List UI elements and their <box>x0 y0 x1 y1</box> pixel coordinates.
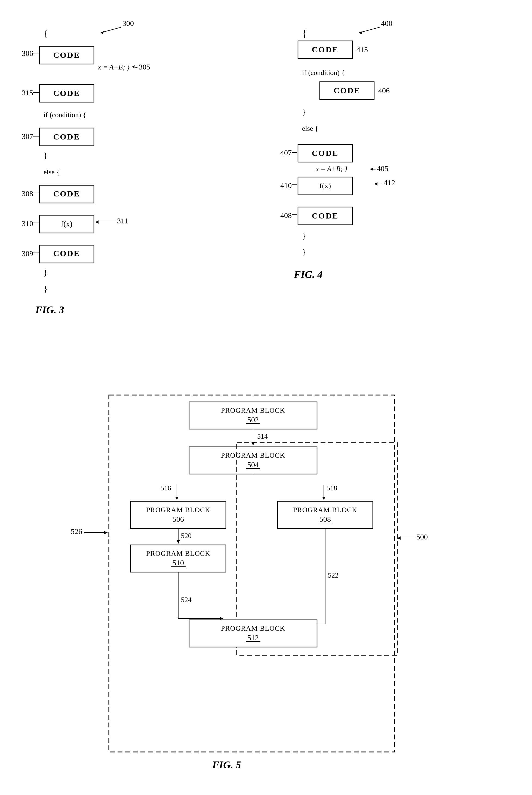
fig4-label-406: 406 <box>378 86 390 95</box>
fig3-code-307: CODE <box>53 132 80 141</box>
fig3-code-309: CODE <box>53 249 80 258</box>
fig4-fx-410: f(x) <box>320 181 331 190</box>
fig5-ref-520: 520 <box>181 532 192 540</box>
svg-line-0 <box>101 27 121 33</box>
fig5-ref-526: 526 <box>71 527 82 536</box>
fig3-code-306: CODE <box>53 50 80 59</box>
page: 300 { 306 CODE x = A+B; } 305 315 CODE i… <box>0 0 532 795</box>
svg-line-18 <box>359 27 380 33</box>
fig3-if-condition: if (condition) { <box>43 111 86 119</box>
fig5-block-502-num: 502 <box>247 415 259 424</box>
fig3-else: else { <box>43 168 60 176</box>
fig4-label-415: 415 <box>357 46 368 54</box>
fig4-assignment: x = A+B; } <box>316 165 347 173</box>
fig3-diagram: 300 { 306 CODE x = A+B; } 305 315 CODE i… <box>8 11 212 379</box>
fig5-block-504-label: PROGRAM BLOCK <box>221 451 285 459</box>
fig3-label-306: 306 <box>22 49 33 57</box>
svg-marker-15 <box>95 220 98 224</box>
fig4-code-415: CODE <box>312 45 339 54</box>
fig5-block-504-num: 504 <box>247 460 259 469</box>
fig4-label-410: 410 <box>280 181 292 189</box>
fig5-block-508-label: PROGRAM BLOCK <box>293 506 357 514</box>
svg-marker-47 <box>322 497 325 500</box>
fig5-block-502-label: PROGRAM BLOCK <box>221 406 285 414</box>
fig5-block-510-num: 510 <box>172 559 184 567</box>
fig3-close-brace-2: } <box>43 268 48 277</box>
fig5-ref-500: 500 <box>416 532 428 541</box>
fig3-title: FIG. 3 <box>35 304 64 315</box>
fig5-block-512-num: 512 <box>247 633 259 642</box>
fig3-label-307: 307 <box>22 132 33 141</box>
fig3-label-315: 315 <box>22 89 33 97</box>
fig4-close-brace-3: } <box>302 247 306 256</box>
fig4-code-407: CODE <box>312 148 339 158</box>
fig4-title: FIG. 4 <box>293 269 323 280</box>
svg-marker-26 <box>370 167 373 171</box>
fig3-assignment: x = A+B; } <box>98 63 130 71</box>
svg-marker-5 <box>132 66 135 68</box>
fig4-if-condition: if (condition) { <box>302 69 345 76</box>
fig5-ref-514: 514 <box>257 432 268 440</box>
fig5-block-506-num: 506 <box>172 515 184 523</box>
svg-marker-36 <box>397 537 401 540</box>
fig3-fx-310: f(x) <box>61 220 72 228</box>
svg-marker-34 <box>104 531 108 534</box>
fig4-else: else { <box>302 125 318 132</box>
svg-marker-1 <box>101 31 104 34</box>
fig4-diagram: 400 { CODE 415 if (condition) { CODE 406… <box>267 11 471 379</box>
svg-marker-51 <box>177 540 180 544</box>
fig3-label-309: 309 <box>22 249 33 258</box>
svg-marker-44 <box>175 497 178 500</box>
fig5-title: FIG. 5 <box>212 759 241 771</box>
fig3-open-brace: { <box>43 28 48 39</box>
fig4-label-408: 408 <box>280 211 292 220</box>
fig3-ref-305: 305 <box>139 63 150 71</box>
fig4-code-408: CODE <box>312 211 339 220</box>
fig5-ref-524: 524 <box>181 596 192 604</box>
fig5-ref-518: 518 <box>326 484 337 492</box>
fig4-label-407: 407 <box>280 148 292 157</box>
fig5-diagram: 526 500 PROGRAM BLOCK 502 514 PROGRAM BL… <box>54 387 490 782</box>
fig3-ref-300: 300 <box>122 19 134 28</box>
svg-marker-19 <box>359 31 362 34</box>
fig4-code-406: CODE <box>334 86 361 95</box>
fig4-ref-405: 405 <box>377 164 388 173</box>
fig5-ref-516: 516 <box>160 484 171 492</box>
fig3-close-brace-1: } <box>43 151 48 160</box>
fig5-block-510-label: PROGRAM BLOCK <box>146 549 210 557</box>
fig4-ref-400: 400 <box>381 19 393 28</box>
fig4-close-brace-2: } <box>302 231 306 240</box>
fig4-close-brace-1: } <box>302 107 306 116</box>
fig3-ref-311: 311 <box>117 217 128 225</box>
fig4-open-brace: { <box>302 28 307 39</box>
fig3-label-310: 310 <box>22 219 33 228</box>
fig5-ref-522: 522 <box>328 571 339 579</box>
fig3-code-308: CODE <box>53 189 80 198</box>
fig3-label-308: 308 <box>22 189 33 198</box>
svg-marker-28 <box>374 182 377 185</box>
fig5-block-506-label: PROGRAM BLOCK <box>146 506 210 514</box>
fig5-block-508-num: 508 <box>320 515 331 523</box>
fig4-ref-412: 412 <box>384 178 395 187</box>
fig3-code-315: CODE <box>53 89 80 97</box>
fig5-block-512-label: PROGRAM BLOCK <box>221 625 285 632</box>
fig3-close-brace-3: } <box>43 284 48 293</box>
